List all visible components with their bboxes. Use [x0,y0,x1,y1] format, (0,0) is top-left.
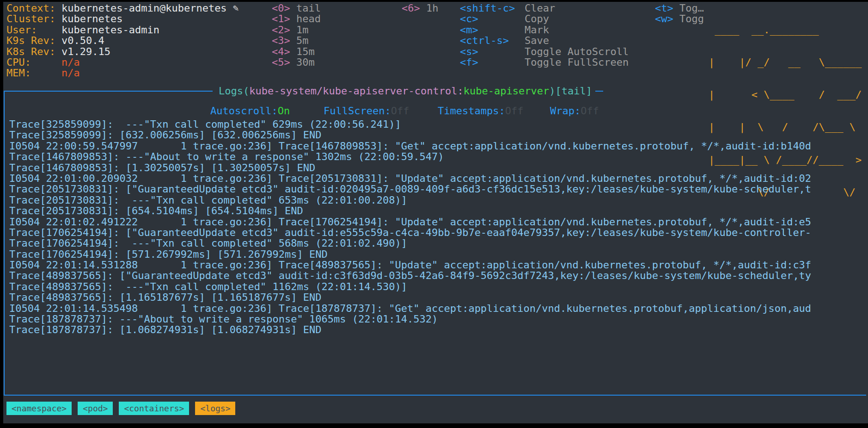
hotkey-key: <f> [460,57,478,68]
hotkey-label: Mark [525,25,549,35]
hotkey-key: <6> [402,3,420,13]
log-line: Trace[187878737]: [1.068274931s] [1.0682… [9,324,868,335]
hotkey-key: <4> [272,46,290,57]
info-row-mem: MEM:n/a [6,68,238,78]
breadcrumb: <namespace> <pod> <containers> <logs> [6,402,235,415]
hotkey-label: 30m [296,57,315,68]
hotkey-1m: <2>1m [272,25,290,35]
log-line: Trace[2051730831]: [654.5104ms] [654.510… [9,205,868,216]
crumb-logs[interactable]: <logs> [195,402,235,415]
status-timestamps: Timestamps:Off [438,105,523,116]
status-value: Off [391,105,410,117]
hotkey-toggle-autoscroll: <s>Toggle AutoScroll [460,46,515,57]
hotkey-key: <2> [272,25,290,35]
info-row-k8s-rev: K8s Rev:v1.29.15 [6,46,238,57]
cpu-label: CPU: [6,57,61,68]
log-line: I0504 22:01:14.535498 1 trace.go:236] Tr… [9,303,868,314]
hotkey-label: 1h [426,3,439,13]
hotkey-key: <shift-c> [460,3,515,13]
title-suffix: )[tail] [549,85,592,97]
edit-pencil-icon: ✎ [233,3,239,13]
hotkey-tail: <0>tail [272,3,290,13]
hotkey-label: 1m [296,25,309,35]
info-row-user: User:kubernetes-admin [6,25,238,35]
crumb-containers[interactable]: <containers> [119,402,189,415]
info-row-cpu: CPU:n/a [6,57,238,68]
cluster-info-block: Context:kubernetes-admin@kubernetes✎ Clu… [6,3,238,79]
k9s-rev-value: v0.50.4 [61,35,104,46]
hotkey-label: head [296,13,321,24]
hotkey-key: <w> [655,13,673,24]
hotkey-15m: <4>15m [272,46,290,57]
hotkey-column-actions: <shift-c>Clear <c>Copy <m>Mark <ctrl-s>S… [460,3,515,68]
title-pod-path: kube-system/kube-apiserver-control: [249,85,464,97]
cluster-value: kubernetes [61,13,122,24]
hotkey-column-toggles: <t>Tog… <w>Togg [655,3,673,25]
mem-value: n/a [61,68,80,78]
log-line: Trace[2051730831]: ---"Txn call complete… [9,195,868,205]
status-value: Off [505,105,524,117]
info-row-k9s-rev: K9s Rev:v0.50.4 [6,35,238,46]
logs-panel-title: Logs(kube-system/kube-apiserver-control:… [216,86,595,96]
panel-top-border-left [4,91,213,92]
status-label: Timestamps: [438,105,505,117]
status-fullscreen: FullScreen:Off [324,105,409,116]
hotkey-column-ranges: <0>tail <1>head <2>1m <3>5m <4>15m <5>30… [272,3,290,68]
cluster-label: Cluster: [6,13,61,24]
hotkey-key: <0> [272,3,290,13]
cpu-value: n/a [61,57,80,68]
hotkey-toggle-timestamps: <t>Tog… [655,3,673,13]
log-line: Trace[1467809853]: [1.30250057s] [1.3025… [9,162,868,173]
user-value: kubernetes-admin [61,25,159,35]
log-line: Trace[1706254194]: ["GuaranteedUpdate et… [9,227,868,238]
hotkey-30m: <5>30m [272,57,290,68]
hotkey-key: <m> [460,25,478,35]
hotkey-label: Toggle AutoScroll [525,46,629,57]
logs-status-bar: Autoscroll:On FullScreen:Off Timestamps:… [3,105,868,116]
status-value: On [278,105,290,117]
log-line: Trace[187878737]: ---"About to write a r… [9,314,868,324]
hotkey-label: 5m [296,35,309,46]
hotkey-mark: <m>Mark [460,25,515,35]
hotkey-key: <s> [460,46,478,57]
hotkey-label: Clear [525,3,555,13]
hotkey-save: <ctrl-s>Save [460,35,515,46]
hotkey-column-1h: <6>1h [402,3,420,13]
log-line: Trace[325859099]: ---"Txn call completed… [9,119,868,130]
user-label: User: [6,25,61,35]
k9s-rev-label: K9s Rev: [6,35,61,46]
hotkey-label: Toggle FullScreen [525,57,629,68]
log-viewport[interactable]: Trace[325859099]: ---"Txn call completed… [9,119,868,336]
k8s-rev-value: v1.29.15 [61,46,110,57]
status-label: Wrap: [550,105,581,117]
status-value: Off [581,105,599,117]
log-line: Trace[1467809853]: ---"About to write a … [9,151,868,162]
hotkey-toggle-fullscreen: <f>Toggle FullScreen [460,57,515,68]
info-row-cluster: Cluster:kubernetes [6,13,238,24]
logo-line: ____ __.________ [709,25,862,35]
hotkey-label: 15m [296,46,315,57]
hotkey-toggle-wrap: <w>Togg [655,13,673,24]
log-line: Trace[489837565]: [1.165187677s] [1.1651… [9,292,868,303]
info-row-context: Context:kubernetes-admin@kubernetes✎ [6,3,238,13]
hotkey-label: Tog… [679,3,704,13]
status-label: FullScreen: [324,105,391,117]
log-line: I0504 22:00:59.547997 1 trace.go:236] Tr… [9,141,868,151]
k9s-terminal: Context:kubernetes-admin@kubernetes✎ Clu… [3,2,868,423]
hotkey-key: <1> [272,13,290,24]
log-line: Trace[489837565]: ["GuaranteedUpdate etc… [9,270,868,281]
hotkey-key: <3> [272,35,290,46]
crumb-namespace[interactable]: <namespace> [6,402,72,415]
title-prefix: Logs( [219,85,249,97]
hotkey-key: <t> [655,3,673,13]
hotkey-label: Save [525,35,549,46]
crumb-pod[interactable]: <pod> [78,402,113,415]
hotkey-head: <1>head [272,13,290,24]
log-line: Trace[1706254194]: [571.267992ms] [571.2… [9,249,868,260]
log-line: Trace[489837565]: ---"Txn call completed… [9,281,868,292]
hotkey-label: Copy [525,13,549,24]
k8s-rev-label: K8s Rev: [6,46,61,57]
hotkey-key: <c> [460,13,478,24]
hotkey-key: <5> [272,57,290,68]
status-wrap: Wrap:Off [550,105,599,116]
